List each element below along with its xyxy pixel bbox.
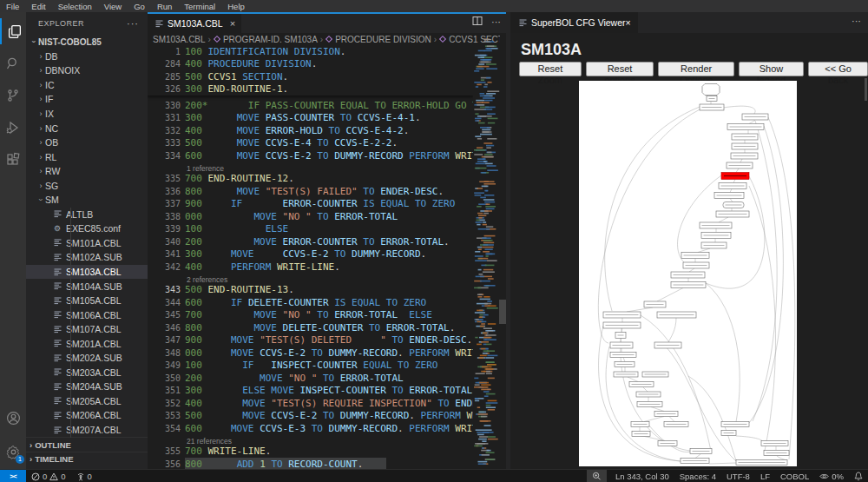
menu-file[interactable]: File: [0, 2, 25, 11]
code-line-344[interactable]: 344600 IF DELETE-COUNTER IS EQUAL TO ZER…: [148, 296, 473, 309]
webview-more-icon[interactable]: ···: [852, 16, 861, 26]
indentation-status[interactable]: Spaces: 4: [674, 470, 721, 482]
tree-item-sm102a.sub[interactable]: SM102A.SUB: [26, 250, 148, 265]
split-editor-icon[interactable]: [472, 16, 483, 28]
tree-item-rw[interactable]: ›RW: [26, 164, 148, 179]
menu-run[interactable]: Run: [151, 2, 178, 11]
search-icon[interactable]: [0, 50, 26, 76]
codelens[interactable]: 2 references: [148, 274, 473, 284]
code-line-350[interactable]: 350200 MOVE "NO " TO ERROR-TOTAL: [148, 372, 473, 385]
ports-status[interactable]: 0: [71, 470, 97, 482]
tree-item-sm207a.cbl[interactable]: SM207A.CBL: [26, 423, 148, 438]
cfg-button-show-legend[interactable]: Show legend: [739, 62, 804, 76]
tree-item-sm107a.cbl[interactable]: SM107A.CBL: [26, 322, 148, 337]
tree-item-if[interactable]: ›IF: [26, 92, 148, 107]
extensions-icon[interactable]: [0, 147, 26, 173]
code-line-351[interactable]: 351300 ELSE MOVE INSPECT-COUNTER TO ERRO…: [148, 385, 473, 398]
cfg-graph[interactable]: [579, 81, 797, 466]
run-debug-icon[interactable]: [0, 115, 26, 141]
code-line-339[interactable]: 339100 ELSE: [148, 223, 473, 236]
code-line-340[interactable]: 340200 MOVE ERROR-COUNTER TO ERROR-TOTAL…: [148, 235, 473, 248]
encoding-status[interactable]: UTF-8: [721, 470, 755, 482]
tree-item-db[interactable]: ›DB: [26, 50, 148, 64]
code-line-330[interactable]: 330200* IF PASS-COUNTER EQUAL TO ERROR-H…: [148, 99, 473, 112]
tree-item-altlb[interactable]: ALTLB: [26, 208, 148, 222]
remote-indicator[interactable]: ><: [0, 470, 26, 482]
problems-status[interactable]: 0 0: [26, 470, 71, 482]
tree-root[interactable]: ›NIST-COBOL85: [26, 35, 148, 50]
tree-item-sm103a.cbl[interactable]: SM103A.CBL: [26, 265, 148, 280]
cursor-position[interactable]: Ln 343, Col 30: [610, 470, 674, 482]
code-line-331[interactable]: 331300 MOVE PASS-COUNTER TO CCVS-E-4-1.: [148, 112, 473, 125]
settings-gear-icon[interactable]: 1: [0, 439, 26, 465]
tree-item-sm206a.cbl[interactable]: SM206A.CBL: [26, 408, 148, 423]
explorer-icon[interactable]: [0, 18, 28, 44]
code-line-1[interactable]: 1100 IDENTIFICATION DIVISION.: [148, 45, 473, 58]
menu-view[interactable]: View: [98, 2, 128, 11]
tree-item-nc[interactable]: ›NC: [26, 121, 148, 135]
tree-item-sm202a.sub[interactable]: SM202A.SUB: [26, 351, 148, 366]
tree-item-sm106a.cbl[interactable]: SM106A.CBL: [26, 307, 148, 322]
code-line-332[interactable]: 332400 MOVE ERROR-HOLD TO CCVS-E-4-2.: [148, 124, 473, 137]
tree-item-sm101a.cbl[interactable]: SM101A.CBL: [26, 236, 148, 251]
zoom-status-icon[interactable]: [587, 470, 607, 482]
code-line-284[interactable]: 284400 PROCEDURE DIVISION.: [148, 58, 473, 71]
tree-item-ix[interactable]: ›IX: [26, 107, 148, 122]
breadcrumb-item[interactable]: PROGRAM-ID. SM103A: [214, 35, 318, 44]
editor-more-icon[interactable]: ···: [491, 17, 501, 27]
code-line-336[interactable]: 336800 MOVE "TEST(S) FAILED" TO ENDER-DE…: [148, 185, 473, 198]
code-line-333[interactable]: 333500 MOVE CCVS-E-4 TO CCVS-E-2-2.: [148, 137, 473, 150]
cfg-button-go-back[interactable]: << Go back: [808, 62, 868, 76]
code-line-356[interactable]: 356800 ADD 1 TO RECORD-COUNT.: [148, 458, 473, 469]
menu-help[interactable]: Help: [221, 2, 251, 11]
coverage-status[interactable]: 0%: [814, 470, 849, 482]
tree-item-sm205a.cbl[interactable]: SM205A.CBL: [26, 394, 148, 409]
code-line-354[interactable]: 354600 MOVE CCVS-E-3 TO DUMMY-RECORD. PE…: [148, 422, 473, 435]
notifications-bell-icon[interactable]: [849, 470, 868, 482]
minimap[interactable]: [473, 33, 502, 469]
tree-item-sm203a.cbl[interactable]: SM203A.CBL: [26, 366, 148, 380]
code-line-355[interactable]: 355700 WRITE-LINE.: [148, 446, 473, 459]
code-line-349[interactable]: 349100 IF INSPECT-COUNTER EQUAL TO ZERO: [148, 360, 473, 373]
code-line-342[interactable]: 342400 PERFORM WRITE-LINE.: [148, 261, 473, 274]
code-line-353[interactable]: 353500 MOVE CCVS-E-2 TO DUMMY-RECORD. PE…: [148, 410, 473, 423]
breadcrumb-item[interactable]: PROCEDURE DIVISION: [326, 35, 431, 44]
tree-item-sm104a.sub[interactable]: SM104A.SUB: [26, 279, 148, 294]
tree-item-sm105a.cbl[interactable]: SM105A.CBL: [26, 294, 148, 308]
source-control-icon[interactable]: [0, 83, 26, 109]
code-line-337[interactable]: 337900 IF ERROR-COUNTER IS EQUAL TO ZERO: [148, 198, 473, 211]
tree-item-exec85.conf[interactable]: ⚙EXEC85.conf: [26, 221, 148, 236]
tree-item-sm[interactable]: ›SM: [26, 193, 148, 208]
breadcrumb[interactable]: SM103A.CBL›PROGRAM-ID. SM103A›PROCEDURE …: [153, 33, 500, 45]
menu-terminal[interactable]: Terminal: [178, 2, 221, 11]
code-lines[interactable]: 330200* IF PASS-COUNTER EQUAL TO ERROR-H…: [148, 99, 473, 469]
menu-selection[interactable]: Selection: [52, 2, 98, 11]
cfg-button-render-options[interactable]: Render Options: [658, 62, 734, 76]
sticky-scroll[interactable]: 1100 IDENTIFICATION DIVISION.284400 PROC…: [148, 45, 473, 96]
tree-item-sm201a.cbl[interactable]: SM201A.CBL: [26, 336, 148, 351]
code-line-334[interactable]: 334600 MOVE CCVS-E-2 TO DUMMY-RECORD PER…: [148, 149, 473, 162]
tab-superbol-cfg-viewer[interactable]: SuperBOL CFG Viewer ×: [510, 12, 638, 33]
code-line-341[interactable]: 341300 MOVE CCVS-E-2 TO DUMMY-RECORD.: [148, 248, 473, 261]
codelens[interactable]: 21 references: [148, 435, 473, 446]
code-line-326[interactable]: 326300 END-ROUTINE-1.: [148, 83, 473, 96]
code-line-348[interactable]: 348000 MOVE CCVS-E-2 TO DUMMY-RECORD. PE…: [148, 347, 473, 360]
code-line-285[interactable]: 285500 CCVS1 SECTION.: [148, 70, 473, 83]
language-status[interactable]: COBOL: [775, 470, 814, 482]
sidebar-more-icon[interactable]: ···: [127, 18, 139, 29]
menu-go[interactable]: Go: [128, 2, 151, 11]
breadcrumb-item[interactable]: SM103A.CBL: [153, 35, 206, 44]
code-area[interactable]: 1100 IDENTIFICATION DIVISION.284400 PROC…: [148, 45, 473, 469]
account-icon[interactable]: [0, 405, 26, 431]
section-timeline[interactable]: ›TIMELINE: [26, 452, 148, 466]
code-line-347[interactable]: 347900 MOVE "TEST(S) DELETED " TO ENDER-…: [148, 334, 473, 347]
code-line-345[interactable]: 345700 MOVE "NO " TO ERROR-TOTAL ELSE: [148, 309, 473, 322]
tab-sm103a[interactable]: SM103A.CBL ×: [148, 14, 241, 33]
tree-item-sm204a.sub[interactable]: SM204A.SUB: [26, 380, 148, 394]
menu-edit[interactable]: Edit: [25, 2, 51, 11]
eol-status[interactable]: LF: [755, 470, 775, 482]
tree-item-sg[interactable]: ›SG: [26, 178, 148, 193]
tree-item-ob[interactable]: ›OB: [26, 135, 148, 150]
tab-close-icon[interactable]: ×: [230, 18, 235, 29]
codelens[interactable]: 1 reference: [148, 162, 473, 173]
